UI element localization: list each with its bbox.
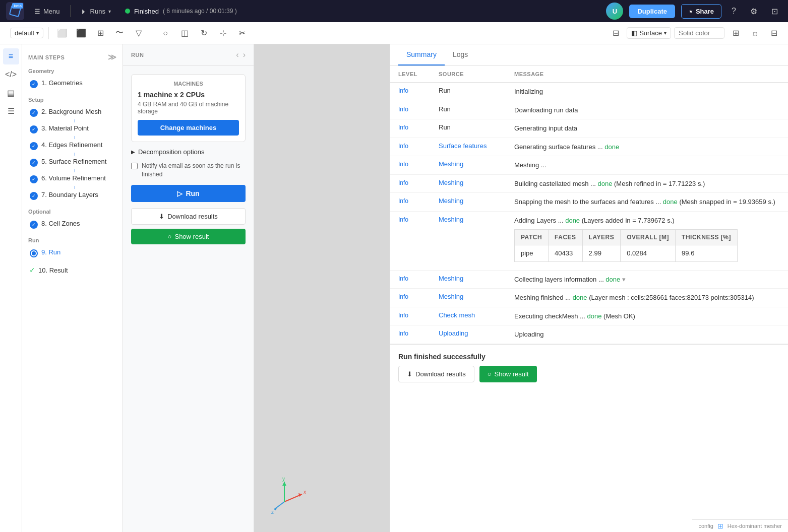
lighting-icon[interactable]: ☼ <box>747 25 763 41</box>
log-row-0: InfoRunInitializing <box>390 83 788 101</box>
log-source-4: Meshing <box>431 156 506 175</box>
runs-button[interactable]: ⏵ Runs ▾ <box>77 6 115 17</box>
grid-icon[interactable]: ⊞ <box>92 25 108 41</box>
rotate-icon[interactable]: ↻ <box>196 25 212 41</box>
step-item-1[interactable]: ✓ 1. Geometries <box>28 77 116 91</box>
log-source-3: Surface features <box>431 138 506 156</box>
menu-button[interactable]: ☰ Menu <box>30 6 64 17</box>
settings-icon[interactable]: ⚙ <box>746 5 761 18</box>
step-item-9[interactable]: 9. Run <box>28 246 116 260</box>
run-panel-next-button[interactable]: › <box>243 50 246 59</box>
download-results-bottom-button[interactable]: ⬇ Download results <box>398 366 474 382</box>
runs-icon: ⏵ <box>81 8 87 15</box>
source-link-9[interactable]: Meshing <box>439 293 463 300</box>
step-item-6[interactable]: ✓ 6. Volume Refinement <box>28 172 116 186</box>
logo: beta <box>6 2 24 20</box>
log-table-head: LEVEL SOURCE MESSAGE <box>390 66 788 83</box>
sub-table-header: layers <box>582 230 621 245</box>
section-label-run: Run <box>28 237 116 243</box>
step-active-dot-9 <box>32 251 36 255</box>
surface-selector[interactable]: ◧ Surface ▾ <box>627 27 671 39</box>
default-selector[interactable]: default ▾ <box>10 28 43 38</box>
status-dot <box>125 9 130 14</box>
source-link-11[interactable]: Uploading <box>439 329 468 337</box>
geometry-wire-icon[interactable]: ⬛ <box>73 25 89 41</box>
log-table: LEVEL SOURCE MESSAGE InfoRunInitializing… <box>390 66 788 344</box>
camera-icon[interactable]: ◫ <box>176 25 193 41</box>
step-item-4[interactable]: ✓ 4. Edges Refinement <box>28 139 116 153</box>
step-item-8[interactable]: ✓ 8. Cell Zones <box>28 218 116 231</box>
section-label-geometry: Geometry <box>28 68 116 74</box>
split-view-icon[interactable]: ⊡ <box>767 5 782 18</box>
step-check-3: ✓ <box>30 125 38 134</box>
log-source-5: Meshing <box>431 174 506 193</box>
geometry-solid-icon[interactable]: ⬜ <box>54 25 70 41</box>
log-level-10: Info <box>390 307 431 325</box>
steps-panel: MAIN STEPS ≫ Geometry ✓ 1. Geometries Se… <box>22 44 123 532</box>
more-options-icon[interactable]: ⊟ <box>766 25 782 41</box>
filter-icon[interactable]: ▽ <box>131 25 147 41</box>
step-item-3[interactable]: ✓ 3. Material Point <box>28 122 116 136</box>
toggle-icon[interactable]: ⊟ <box>608 25 624 41</box>
level-badge-11: Info <box>398 330 408 337</box>
select-icon[interactable]: ○ <box>157 25 173 41</box>
tab-logs[interactable]: Logs <box>445 44 476 65</box>
help-icon[interactable]: ? <box>728 5 740 18</box>
sidebar-icon-notes[interactable]: ☰ <box>3 103 19 119</box>
sidebar-icon-code[interactable]: </> <box>3 66 19 83</box>
source-link-7[interactable]: Meshing <box>439 216 463 223</box>
step-item-7[interactable]: ✓ 7. Boundary Layers <box>28 189 116 203</box>
level-badge-6: Info <box>398 197 408 205</box>
source-link-4[interactable]: Meshing <box>439 160 463 168</box>
toolbar: default ▾ ⬜ ⬛ ⊞ 〜 ▽ ○ ◫ ↻ ⊹ ✂ ⊟ ◧ Surfac… <box>0 22 788 44</box>
source-link-6[interactable]: Meshing <box>439 197 463 205</box>
top-nav: beta ☰ Menu ⏵ Runs ▾ Finished ( 6 minute… <box>0 0 788 22</box>
svg-text:y: y <box>282 477 285 482</box>
log-message-11: Uploading <box>506 325 788 344</box>
run-panel-title: RUN <box>131 52 144 58</box>
log-level-9: Info <box>390 289 431 307</box>
show-result-button[interactable]: ○ Show result <box>131 229 246 244</box>
status-label: Finished <box>134 8 159 15</box>
sidebar-icon-table[interactable]: ▤ <box>3 85 19 101</box>
steps-collapse-icon[interactable]: ≫ <box>108 52 117 62</box>
color-input[interactable] <box>674 27 724 39</box>
display-options-icon[interactable]: ⊞ <box>728 25 744 41</box>
step-check-7: ✓ <box>30 192 38 200</box>
collapse-arrow-icon-8[interactable]: ▾ <box>620 276 626 283</box>
level-badge-0: Info <box>398 87 408 94</box>
source-link-5[interactable]: Meshing <box>439 179 463 186</box>
flow-icon[interactable]: 〜 <box>111 25 128 41</box>
download-results-button[interactable]: ⬇ Download results <box>131 208 246 225</box>
log-row-10: InfoCheck meshExecuting checkMesh ... do… <box>390 307 788 325</box>
run-panel-prev-button[interactable]: ‹ <box>236 50 238 59</box>
source-link-3[interactable]: Surface features <box>439 142 487 150</box>
log-source-1: Run <box>431 101 506 119</box>
step-item-2[interactable]: ✓ 2. Background Mesh <box>28 106 116 119</box>
transform-icon[interactable]: ⊹ <box>215 25 231 41</box>
change-machines-button[interactable]: Change machines <box>138 120 239 136</box>
source-link-8[interactable]: Meshing <box>439 275 463 282</box>
mesher-label: Hex-dominant mesher <box>728 523 782 529</box>
source-link-10[interactable]: Check mesh <box>439 311 475 319</box>
download-icon: ⬇ <box>159 213 164 220</box>
step-active-circle-9 <box>30 249 38 257</box>
sidebar-icon-steps[interactable]: ≡ <box>3 48 19 64</box>
main-layout: ≡ </> ▤ ☰ MAIN STEPS ≫ Geometry ✓ 1. Geo… <box>0 44 788 532</box>
run-button[interactable]: ▷ Run <box>131 185 246 202</box>
notify-checkbox[interactable] <box>131 163 138 169</box>
show-result-bottom-button[interactable]: ○ Show result <box>479 366 537 382</box>
run-panel: RUN ‹ › Machines 1 machine x 2 CPUs 4 GB… <box>123 44 254 532</box>
duplicate-button[interactable]: Duplicate <box>629 5 675 18</box>
decomposition-toggle[interactable]: ▶ Decomposition options <box>131 148 246 156</box>
share-button[interactable]: ⋆ Share <box>681 4 721 19</box>
sub-table-header: thickness [%] <box>676 230 738 245</box>
log-source-8: Meshing <box>431 270 506 289</box>
tab-summary[interactable]: Summary <box>398 44 445 65</box>
log-message-7: Adding Layers ... done (Layers added in … <box>506 211 788 270</box>
tools-icon[interactable]: ✂ <box>234 25 250 41</box>
log-level-8: Info <box>390 270 431 289</box>
step-item-5[interactable]: ✓ 5. Surface Refinement <box>28 156 116 169</box>
viewport[interactable]: x y z <box>254 44 390 532</box>
step-result-10[interactable]: ✓ 10. Result <box>28 264 116 276</box>
